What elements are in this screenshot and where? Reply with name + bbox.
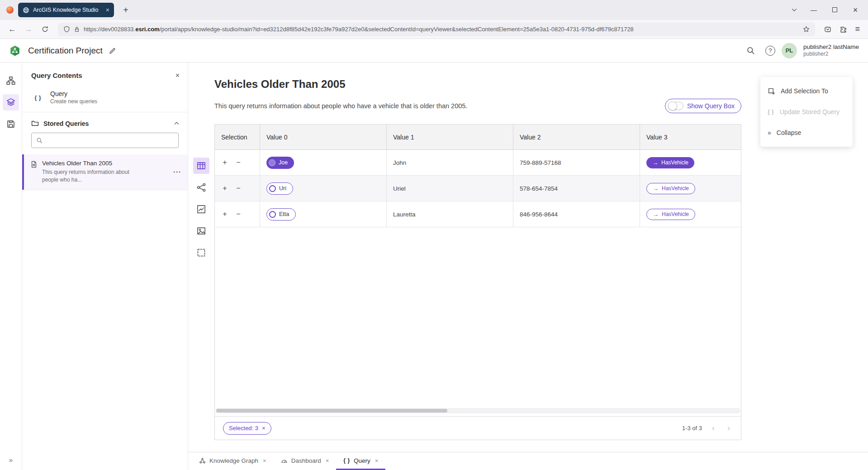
cell-value: John: [387, 150, 513, 175]
expand-rail-icon[interactable]: »: [9, 456, 13, 464]
menu-hamburger-icon[interactable]: ≡: [855, 24, 860, 34]
chart-icon[interactable]: [193, 201, 209, 217]
table-row[interactable]: + − Joe John 759-889-57168 →HasVehicle: [215, 150, 741, 176]
node-dot-icon: [269, 159, 275, 166]
lock-icon[interactable]: [74, 26, 80, 33]
next-page-icon[interactable]: ›: [725, 423, 733, 433]
window-maximize-button[interactable]: [830, 6, 839, 14]
table-row[interactable]: + − Uri Uriel 578-654-7854 →HasVehicle: [215, 176, 741, 201]
relationship-pill[interactable]: →HasVehicle: [646, 183, 695, 194]
table-view-icon[interactable]: [193, 158, 209, 174]
reload-button[interactable]: [38, 23, 52, 36]
scrollbar-thumb[interactable]: [216, 409, 447, 412]
cell-value: 759-889-57168: [513, 150, 640, 175]
braces-icon: { }: [343, 457, 350, 464]
extensions-icon[interactable]: [840, 26, 847, 33]
stored-queries-header[interactable]: Stored Queries: [22, 112, 188, 133]
new-query-item[interactable]: { } Query Create new queries: [22, 86, 188, 112]
item-options-kebab-icon[interactable]: ···: [173, 168, 181, 176]
image-icon[interactable]: [193, 223, 209, 239]
folder-icon: [31, 120, 39, 127]
tab-list-chevron-icon[interactable]: [791, 7, 797, 13]
cell-value: 846-956-8644: [513, 201, 640, 227]
add-selection-icon: [768, 87, 775, 95]
search-icon[interactable]: [743, 43, 759, 59]
arrow-right-icon: →: [653, 185, 659, 192]
browser-tab-bar: ArcGIS Knowledge Studio × + — ×: [0, 0, 868, 20]
clear-selection-icon[interactable]: ×: [262, 425, 266, 432]
toggle-switch[interactable]: [668, 102, 683, 110]
remove-selection-minus[interactable]: −: [235, 184, 242, 192]
help-icon[interactable]: ?: [765, 46, 775, 56]
entity-node-pill[interactable]: Uri: [266, 182, 293, 195]
url-bar[interactable]: https://dev0028833.esri.com/portal/apps/…: [58, 23, 815, 36]
stored-query-item[interactable]: Vehicles Older Than 2005 This query retu…: [22, 154, 188, 190]
table-header-row: Selection Value 0 Value 1 Value 2 Value …: [215, 125, 741, 150]
user-info[interactable]: publisher2 lastName publisher2: [803, 43, 859, 58]
add-selection-plus[interactable]: +: [221, 158, 228, 167]
braces-icon: { }: [768, 109, 774, 115]
close-tab-icon[interactable]: ×: [326, 457, 329, 464]
back-button[interactable]: ←: [5, 23, 19, 36]
bottom-view-tabs: Knowledge Graph × Dashboard × { } Query …: [188, 452, 868, 470]
add-selection-plus[interactable]: +: [221, 184, 228, 192]
edit-title-pencil-icon[interactable]: [104, 43, 121, 59]
entity-node-pill[interactable]: Joe: [266, 157, 294, 169]
relationship-pill[interactable]: →HasVehicle: [646, 209, 695, 220]
new-tab-button[interactable]: +: [119, 5, 132, 15]
relationship-pill[interactable]: →HasVehicle: [646, 157, 694, 168]
save-icon[interactable]: [3, 116, 19, 132]
stored-query-description: This query returns information about peo…: [42, 168, 133, 184]
entity-node-pill[interactable]: Etta: [266, 208, 296, 221]
remove-selection-minus[interactable]: −: [235, 158, 242, 167]
tab-dashboard[interactable]: Dashboard ×: [274, 452, 337, 470]
menu-item-add-selection-to[interactable]: Add Selection To: [760, 81, 853, 101]
column-header: Value 2: [513, 125, 640, 149]
tab-knowledge-graph[interactable]: Knowledge Graph ×: [192, 452, 274, 470]
document-icon: [30, 161, 38, 184]
new-query-sublabel: Create new queries: [50, 98, 97, 105]
horizontal-scrollbar[interactable]: [215, 408, 740, 413]
selection-context-menu: Add Selection To { } Update Stored Query…: [760, 77, 853, 147]
tab-close-icon[interactable]: ×: [106, 6, 109, 14]
table-row[interactable]: + − Etta Lauretta 846-956-8644 →HasVehic…: [215, 201, 741, 227]
node-dot-icon: [269, 211, 276, 218]
collapse-chevron-icon[interactable]: [174, 120, 180, 126]
window-close-button[interactable]: ×: [851, 5, 860, 15]
braces-icon: { }: [31, 91, 45, 104]
selected-count-chip[interactable]: Selected: 3 ×: [223, 422, 271, 435]
marquee-select-icon[interactable]: [193, 245, 209, 261]
knowledge-graph-icon: [199, 457, 206, 464]
cell-value: 578-654-7854: [513, 176, 640, 201]
panel-close-icon[interactable]: ×: [175, 72, 180, 79]
search-input[interactable]: [46, 137, 174, 144]
arcgis-knowledge-logo[interactable]: [9, 45, 21, 57]
stored-queries-search[interactable]: [31, 133, 179, 148]
contents-layers-icon[interactable]: [3, 94, 19, 110]
user-username: publisher2: [803, 51, 859, 58]
add-selection-plus[interactable]: +: [221, 210, 228, 218]
cell-value: Uriel: [387, 176, 513, 201]
bookmark-star-icon[interactable]: [803, 26, 810, 33]
link-chart-icon[interactable]: [193, 179, 209, 196]
user-name: publisher2 lastName: [803, 43, 859, 51]
shield-icon[interactable]: [63, 26, 70, 33]
user-avatar[interactable]: PL: [782, 43, 797, 58]
browser-tab-title: ArcGIS Knowledge Studio: [33, 7, 102, 13]
browser-tab[interactable]: ArcGIS Knowledge Studio ×: [18, 3, 114, 17]
forward-button[interactable]: →: [22, 23, 35, 36]
menu-item-collapse[interactable]: » Collapse: [760, 122, 853, 143]
close-tab-icon[interactable]: ×: [263, 457, 266, 464]
toggle-label: Show Query Box: [687, 102, 735, 110]
query-description: This query returns information about peo…: [214, 102, 467, 110]
data-model-icon[interactable]: [3, 72, 19, 89]
close-tab-icon[interactable]: ×: [375, 457, 379, 464]
previous-page-icon[interactable]: ‹: [709, 423, 717, 433]
menu-item-update-stored-query[interactable]: { } Update Stored Query: [760, 101, 853, 122]
window-minimize-button[interactable]: —: [809, 6, 818, 14]
query-contents-panel: Query Contents × { } Query Create new qu…: [22, 62, 188, 470]
remove-selection-minus[interactable]: −: [235, 210, 242, 218]
show-query-box-toggle[interactable]: Show Query Box: [665, 99, 741, 113]
tab-query[interactable]: { } Query ×: [336, 452, 385, 470]
pocket-icon[interactable]: [824, 26, 831, 33]
